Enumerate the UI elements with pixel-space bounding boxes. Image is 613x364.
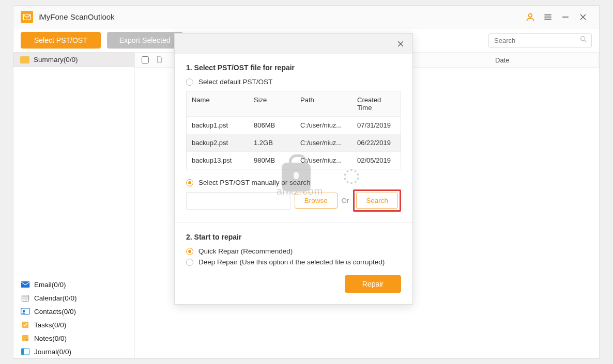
manual-input-row: Browse Or Search <box>186 189 401 212</box>
folder-tree: Summary(0/0) <box>13 52 134 67</box>
menu-icon[interactable] <box>539 8 557 26</box>
col-name: Name <box>187 91 249 116</box>
svg-point-1 <box>529 13 532 17</box>
search-highlight: Search <box>353 189 401 212</box>
close-icon[interactable] <box>574 8 592 26</box>
col-size: Size <box>249 91 295 116</box>
radio-default-row[interactable]: Select default PST/OST <box>186 78 401 86</box>
nav-label: Tasks(0/0) <box>34 321 66 329</box>
radio-quick-row[interactable]: Quick Repair (Recommended) <box>186 247 401 255</box>
notes-icon <box>21 334 30 342</box>
nav-tasks[interactable]: Tasks(0/0) <box>13 318 134 331</box>
search-icon[interactable] <box>579 35 588 45</box>
select-all-checkbox[interactable] <box>142 56 149 64</box>
search-button[interactable]: Search <box>356 193 398 209</box>
section1-title: 1. Select PST/OST file for repair <box>186 64 401 72</box>
journal-icon <box>21 347 30 356</box>
sidebar: Summary(0/0) Email(0/0) Calendar(0/0) Co… <box>13 52 135 358</box>
contacts-icon <box>21 307 30 315</box>
svg-rect-10 <box>21 281 30 288</box>
section2-title: 2. Start to repair <box>186 233 401 241</box>
nav-notes[interactable]: Notes(0/0) <box>13 331 134 345</box>
tree-item-label: Summary(0/0) <box>34 56 78 64</box>
minimize-icon[interactable] <box>557 8 574 26</box>
nav-list: Email(0/0) Calendar(0/0) Contacts(0/0) T… <box>13 278 134 358</box>
attachment-header-icon <box>156 56 171 65</box>
file-table: Name Size Path Created Time backup1.pst … <box>186 91 401 169</box>
nav-label: Notes(0/0) <box>34 335 67 342</box>
radio-default-label: Select default PST/OST <box>198 78 272 86</box>
nav-label: Email(0/0) <box>34 281 66 289</box>
dialog-header <box>175 34 412 54</box>
col-path: Path <box>295 91 352 116</box>
calendar-icon <box>21 294 30 302</box>
tree-item-summary[interactable]: Summary(0/0) <box>13 52 134 67</box>
titlebar: iMyFone ScanOutlook <box>13 6 599 28</box>
or-label: Or <box>342 197 349 204</box>
svg-point-8 <box>581 37 585 41</box>
export-selected-button: Export Selected <box>107 32 183 49</box>
svg-rect-21 <box>22 349 24 355</box>
radio-manual-row[interactable]: Select PST/OST manually or search <box>186 179 401 186</box>
radio-manual-label: Select PST/OST manually or search <box>198 179 311 186</box>
radio-manual[interactable] <box>186 179 193 186</box>
search-box <box>488 33 592 48</box>
nav-contacts[interactable]: Contacts(0/0) <box>13 305 134 318</box>
app-logo-icon <box>21 11 33 23</box>
email-icon <box>21 280 30 289</box>
svg-point-17 <box>23 310 25 312</box>
repair-button[interactable]: Repair <box>345 275 401 293</box>
svg-rect-19 <box>22 335 28 341</box>
radio-deep-label: Deep Repair (Use this option if the sele… <box>198 258 385 266</box>
browse-button[interactable]: Browse <box>295 193 338 209</box>
col-time: Created Time <box>352 91 401 116</box>
nav-journal[interactable]: Journal(0/0) <box>13 345 134 358</box>
radio-deep[interactable] <box>186 259 193 266</box>
user-icon[interactable] <box>522 8 539 26</box>
tasks-icon <box>21 321 30 329</box>
nav-label: Contacts(0/0) <box>34 308 76 315</box>
nav-email[interactable]: Email(0/0) <box>13 278 134 291</box>
table-row[interactable]: backup1.pst 806MB C:/user/niuz... 07/31/… <box>187 117 401 134</box>
folder-icon <box>20 56 29 64</box>
radio-default[interactable] <box>186 78 193 86</box>
select-pst-button[interactable]: Select PST/OST <box>21 32 101 49</box>
svg-rect-11 <box>22 295 28 302</box>
dialog-close-icon[interactable] <box>394 37 407 51</box>
date-column: Date <box>490 56 599 64</box>
radio-deep-row[interactable]: Deep Repair (Use this option if the sele… <box>186 258 401 266</box>
table-header: Name Size Path Created Time <box>187 91 401 117</box>
svg-line-9 <box>585 40 586 42</box>
file-path-input[interactable] <box>186 192 290 210</box>
nav-label: Journal(0/0) <box>34 348 71 356</box>
app-title: iMyFone ScanOutlook <box>38 12 115 21</box>
radio-quick[interactable] <box>186 248 193 255</box>
select-file-dialog: 1. Select PST/OST file for repair Select… <box>174 33 413 305</box>
nav-label: Calendar(0/0) <box>34 294 77 302</box>
table-row[interactable]: backup13.pst 980MB C:/user/niuz... 02/05… <box>187 152 401 169</box>
nav-calendar[interactable]: Calendar(0/0) <box>13 291 134 305</box>
table-row[interactable]: backup2.pst 1.2GB C:/user/niuz... 06/22/… <box>187 134 401 152</box>
search-input[interactable] <box>488 33 592 48</box>
radio-quick-label: Quick Repair (Recommended) <box>198 247 293 255</box>
divider <box>175 222 412 223</box>
